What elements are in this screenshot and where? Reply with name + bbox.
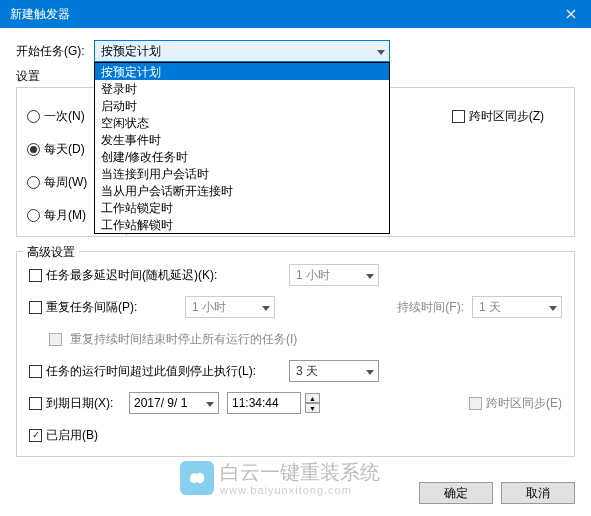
close-icon: [566, 9, 576, 19]
combo-selected-text: 按预定计划: [101, 43, 161, 60]
chevron-down-icon: [549, 300, 557, 314]
delay-combo[interactable]: 1 小时: [289, 264, 379, 286]
dropdown-option[interactable]: 空闲状态: [95, 114, 389, 131]
begin-task-combo[interactable]: 按预定计划 按预定计划登录时启动时空闲状态发生事件时创建/修改任务时当连接到用户…: [94, 40, 390, 62]
sync-tz2-check[interactable]: 跨时区同步(E): [469, 395, 562, 412]
dropdown-option[interactable]: 按预定计划: [95, 63, 389, 80]
advanced-fieldset: 高级设置 任务最多延迟时间(随机延迟)(K): 1 小时 重复任务间隔(P): …: [16, 251, 575, 457]
expire-time-input[interactable]: 11:34:44: [227, 392, 301, 414]
dropdown-option[interactable]: 当从用户会话断开连接时: [95, 182, 389, 199]
watermark-url: www.baiyunxitong.com: [220, 484, 380, 496]
delay-check[interactable]: 任务最多延迟时间(随机延迟)(K):: [29, 267, 289, 284]
repeat-combo[interactable]: 1 小时: [185, 296, 275, 318]
dropdown-option[interactable]: 工作站解锁时: [95, 216, 389, 233]
watermark: 白云一键重装系统 www.baiyunxitong.com: [180, 459, 380, 496]
stop-after-check[interactable]: 任务的运行时间超过此值则停止执行(L):: [29, 363, 289, 380]
duration-combo[interactable]: 1 天: [472, 296, 562, 318]
expire-check[interactable]: 到期日期(X):: [29, 395, 129, 412]
stop-after-combo[interactable]: 3 天: [289, 360, 379, 382]
spin-up-icon[interactable]: ▲: [305, 393, 320, 403]
time-spinner[interactable]: ▲ ▼: [305, 393, 320, 413]
dropdown-option[interactable]: 登录时: [95, 80, 389, 97]
repeat-check[interactable]: 重复任务间隔(P):: [29, 299, 159, 316]
dropdown-option[interactable]: 发生事件时: [95, 131, 389, 148]
dialog-footer: 确定 取消: [419, 482, 575, 504]
dropdown-option[interactable]: 工作站锁定时: [95, 199, 389, 216]
duration-label: 持续时间(F):: [397, 299, 464, 316]
chevron-down-icon: [262, 300, 270, 314]
ok-button[interactable]: 确定: [419, 482, 493, 504]
advanced-legend: 高级设置: [23, 244, 79, 261]
checkbox-icon: [452, 110, 465, 123]
chevron-down-icon: [206, 396, 214, 410]
chevron-down-icon: [366, 364, 374, 378]
window-title: 新建触发器: [10, 6, 581, 23]
dropdown-option[interactable]: 启动时: [95, 97, 389, 114]
spin-down-icon[interactable]: ▼: [305, 403, 320, 413]
begin-task-label: 开始任务(G):: [16, 43, 94, 60]
watermark-logo-icon: [180, 461, 214, 495]
title-bar: 新建触发器: [0, 0, 591, 28]
enabled-check[interactable]: 已启用(B): [29, 427, 98, 444]
begin-task-dropdown: 按预定计划登录时启动时空闲状态发生事件时创建/修改任务时当连接到用户会话时当从用…: [94, 62, 390, 234]
sync-timezone-check[interactable]: 跨时区同步(Z): [452, 108, 544, 125]
watermark-text: 白云一键重装系统: [220, 459, 380, 486]
close-button[interactable]: [551, 0, 591, 28]
stop-all-check: 重复持续时间结束时停止所有运行的任务(I): [29, 331, 297, 348]
cancel-button[interactable]: 取消: [501, 482, 575, 504]
chevron-down-icon: [377, 44, 385, 58]
dropdown-option[interactable]: 当连接到用户会话时: [95, 165, 389, 182]
expire-date-input[interactable]: 2017/ 9/ 1: [129, 392, 219, 414]
chevron-down-icon: [366, 268, 374, 282]
dropdown-option[interactable]: 创建/修改任务时: [95, 148, 389, 165]
